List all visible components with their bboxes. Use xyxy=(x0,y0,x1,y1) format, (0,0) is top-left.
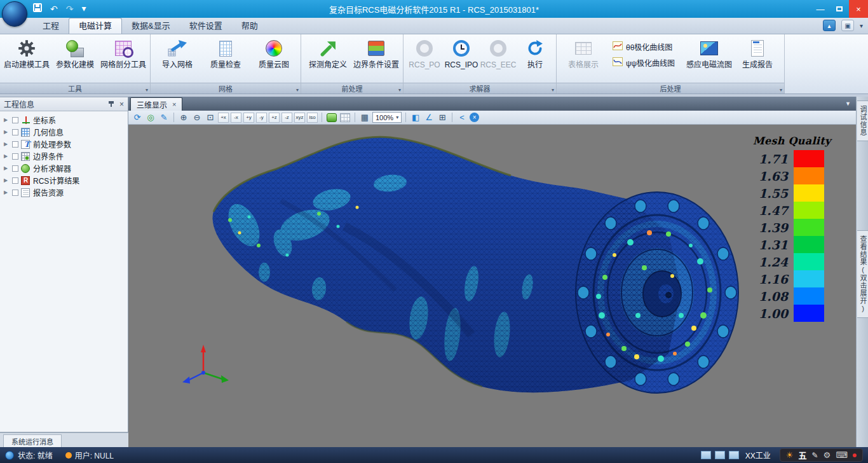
close-button[interactable]: × xyxy=(849,0,868,18)
tab-software-settings[interactable]: 软件设置 xyxy=(180,18,232,34)
redo-button[interactable]: ↷ xyxy=(66,1,74,17)
tab-project[interactable]: 工程 xyxy=(33,18,69,34)
launch-modeling-tool-button[interactable]: 启动建模工具 xyxy=(3,36,51,83)
tab-close-icon[interactable]: × xyxy=(172,100,176,108)
checkbox[interactable] xyxy=(12,153,18,160)
display-mode-icon[interactable]: ▣ xyxy=(841,20,854,31)
quality-check-button[interactable]: 质量检查 xyxy=(201,36,250,83)
side-tab-view-results[interactable]: 查看结果(双击展开) xyxy=(857,230,868,318)
view-pos-x-button[interactable]: +x xyxy=(218,113,229,123)
dialog-launcher-icon[interactable]: ▾ xyxy=(296,87,299,93)
zoom-out-icon[interactable]: ⊖ xyxy=(191,112,203,123)
induced-current-map-button[interactable]: 感应电磁流图 xyxy=(685,36,733,83)
minimize-button[interactable]: — xyxy=(811,0,830,18)
checkbox[interactable] xyxy=(12,165,18,172)
save-button[interactable] xyxy=(33,1,42,17)
tree-item-analysis-solver[interactable]: ▶ 分析求解器 xyxy=(3,162,128,174)
run-button[interactable]: 执行 xyxy=(517,36,553,83)
ribbon-collapse-icon[interactable]: ▴ xyxy=(823,20,836,31)
dialog-launcher-icon[interactable]: ▾ xyxy=(146,87,148,93)
quality-check-grid-icon xyxy=(219,39,232,58)
quick-access-dropdown[interactable]: ▾ xyxy=(81,0,86,18)
tab-em-computation[interactable]: 电磁计算 xyxy=(69,18,122,34)
quality-cloud-button[interactable]: 质量云图 xyxy=(250,36,298,83)
view-neg-y-button[interactable]: -y xyxy=(256,113,267,123)
view-pos-z-button[interactable]: +z xyxy=(269,113,280,123)
wireframe-mode-icon[interactable] xyxy=(339,112,351,123)
weather-icon[interactable]: ☀ xyxy=(786,450,794,460)
expander-icon[interactable]: ▶ xyxy=(4,129,12,135)
clip-plane-icon[interactable]: ◧ xyxy=(410,112,421,123)
zoom-fit-icon[interactable]: ⊡ xyxy=(205,112,216,123)
multi-viewport-icon[interactable]: ⊞ xyxy=(437,112,448,123)
shaded-mode-icon[interactable] xyxy=(326,112,337,123)
checkbox[interactable] xyxy=(12,190,18,196)
zoom-in-icon[interactable]: ⊕ xyxy=(178,112,189,123)
expander-icon[interactable]: ▶ xyxy=(4,177,12,183)
legend-value: 1.71 xyxy=(753,152,794,166)
side-tab-debug-info[interactable]: 调试信息 xyxy=(857,100,868,141)
measure-icon[interactable]: ∠ xyxy=(423,112,435,123)
tree-item-boundary-condition[interactable]: ▶ 边界条件 xyxy=(3,150,128,162)
tab-list-dropdown-icon[interactable]: ▼ xyxy=(845,100,851,107)
ime-toolbar[interactable]: ☀ 五 ✎ ⚙ ⌨ xyxy=(780,448,863,462)
checkbox[interactable] xyxy=(12,117,18,123)
taskbar-window-icon[interactable] xyxy=(729,451,739,459)
maximize-button[interactable] xyxy=(830,0,849,18)
tree-item-report-resource[interactable]: ▶ 报告资源 xyxy=(3,186,128,198)
rotate-view-icon[interactable]: ⟳ xyxy=(132,112,143,123)
stop-render-icon[interactable]: × xyxy=(470,113,479,122)
parametric-modeling-button[interactable]: 参数化建模 xyxy=(51,36,99,83)
tree-item-preprocess-params[interactable]: ▶ 前处理参数 xyxy=(3,138,128,150)
rcs-ipo-button[interactable]: RCS_IPO xyxy=(443,36,480,83)
taskbar-window-icon[interactable] xyxy=(715,451,725,459)
psi-polarization-chart-button[interactable]: ψψ极化曲线图 xyxy=(613,57,680,68)
theta-polarization-chart-button[interactable]: θθ极化曲线图 xyxy=(613,41,680,52)
view-pos-y-button[interactable]: +y xyxy=(243,113,254,123)
ribbon-group-label-solver: 求解器 ▾ xyxy=(403,83,556,93)
dialog-launcher-icon[interactable]: ▾ xyxy=(398,87,401,93)
import-mesh-button[interactable]: 导入网格 xyxy=(153,36,201,83)
keyboard-icon[interactable]: ⌨ xyxy=(836,450,848,460)
save-icon xyxy=(33,3,42,12)
tree-item-geometry-info[interactable]: ▶ 几何信息 xyxy=(3,126,128,138)
zoom-level-select[interactable]: 100% ▾ xyxy=(372,112,402,123)
expander-icon[interactable]: ▶ xyxy=(4,165,12,171)
view-iso-button[interactable]: iso xyxy=(307,113,318,123)
tab-help[interactable]: 帮助 xyxy=(232,18,268,34)
share-view-icon[interactable]: < xyxy=(456,112,468,123)
expander-icon[interactable]: ▶ xyxy=(4,153,12,159)
view-neg-z-button[interactable]: -z xyxy=(281,113,292,123)
expander-icon[interactable]: ▶ xyxy=(4,190,12,195)
pin-icon[interactable] xyxy=(108,100,114,108)
sketch-icon[interactable]: ✎ xyxy=(158,112,170,123)
dialog-launcher-icon[interactable]: ▾ xyxy=(780,87,782,93)
generate-report-button[interactable]: 生成报告 xyxy=(733,36,782,83)
tab-3d-display[interactable]: 三维显示 × xyxy=(130,97,182,111)
checkbox[interactable] xyxy=(12,177,18,184)
undo-button[interactable]: ↶ xyxy=(50,1,58,17)
viewport-3d[interactable]: Mesh Quality 1.71 1.63 1.55 1.47 1.39 1.… xyxy=(128,125,856,447)
ime-mode-label[interactable]: 五 xyxy=(799,449,807,461)
checkbox[interactable] xyxy=(12,141,18,148)
grid-toggle-icon[interactable]: ▦ xyxy=(359,112,370,123)
tree-item-rcs-result[interactable]: ▶ RCS计算结果 xyxy=(3,174,128,186)
handwriting-icon[interactable]: ✎ xyxy=(812,451,818,460)
mesh-partition-tool-button[interactable]: 网格剖分工具 xyxy=(99,36,147,83)
taskbar-window-icon[interactable] xyxy=(701,451,711,459)
expander-icon[interactable]: ▶ xyxy=(4,141,12,147)
panel-close-icon[interactable]: × xyxy=(119,100,124,108)
view-neg-x-button[interactable]: -x xyxy=(231,113,241,123)
dialog-launcher-icon[interactable]: ▾ xyxy=(552,87,554,93)
more-options-icon[interactable]: ▾ xyxy=(860,22,863,29)
maximize-icon xyxy=(836,6,843,11)
settings-gear-icon[interactable]: ⚙ xyxy=(824,450,831,460)
tree-item-coordinate-system[interactable]: ▶ 坐标系 xyxy=(3,114,128,126)
expander-icon[interactable]: ▶ xyxy=(4,117,12,123)
probe-angle-button[interactable]: 探测角定义 xyxy=(304,36,352,83)
view-xyz-button[interactable]: xyz xyxy=(294,113,305,123)
boundary-settings-button[interactable]: 边界条件设置 xyxy=(352,36,400,83)
tab-data-display[interactable]: 数据&显示 xyxy=(122,18,180,34)
orbit-icon[interactable]: ◎ xyxy=(145,112,156,123)
checkbox[interactable] xyxy=(12,129,18,135)
